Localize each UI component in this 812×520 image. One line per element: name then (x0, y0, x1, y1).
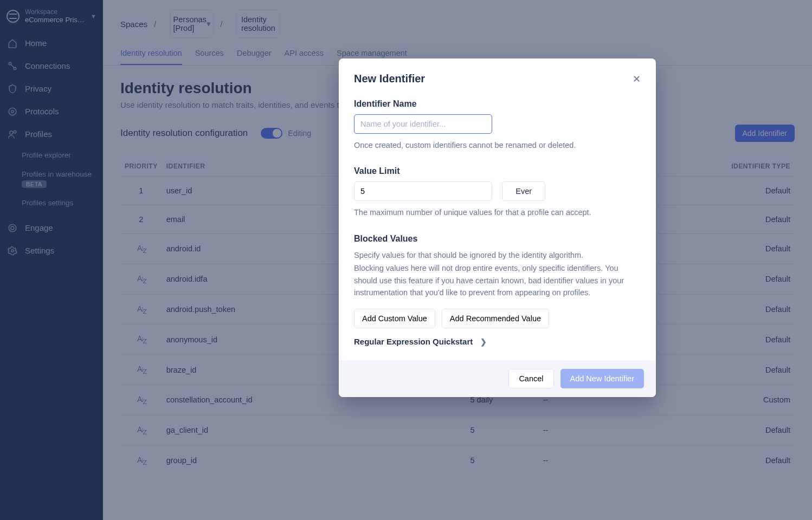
identifier-name-input[interactable] (354, 114, 492, 134)
value-limit-unit-select[interactable]: Ever (502, 181, 545, 201)
add-recommended-value-button[interactable]: Add Recommended Value (442, 309, 549, 328)
modal-title: New Identifier (354, 73, 425, 85)
regex-quickstart-link[interactable]: Regular Expression Quickstart ❯ (354, 337, 641, 346)
value-limit-label: Value Limit (354, 166, 641, 176)
blocked-values-label: Blocked Values (354, 234, 641, 244)
cancel-button[interactable]: Cancel (508, 369, 553, 388)
identifier-name-label: Identifier Name (354, 99, 641, 109)
identifier-name-help: Once created, custom identifiers cannot … (354, 139, 641, 151)
add-custom-value-button[interactable]: Add Custom Value (354, 309, 435, 328)
value-limit-help: The maximum number of unique values for … (354, 206, 641, 218)
value-limit-input[interactable] (354, 181, 492, 201)
chevron-right-icon: ❯ (480, 337, 487, 346)
new-identifier-modal: New Identifier ✕ Identifier Name Once cr… (339, 58, 656, 397)
close-icon[interactable]: ✕ (633, 73, 641, 85)
add-new-identifier-button[interactable]: Add New Identifier (560, 369, 644, 388)
blocked-values-help-2: Blocking values here will not drop entir… (354, 262, 641, 298)
blocked-values-help-1: Specify values for that should be ignore… (354, 249, 641, 261)
